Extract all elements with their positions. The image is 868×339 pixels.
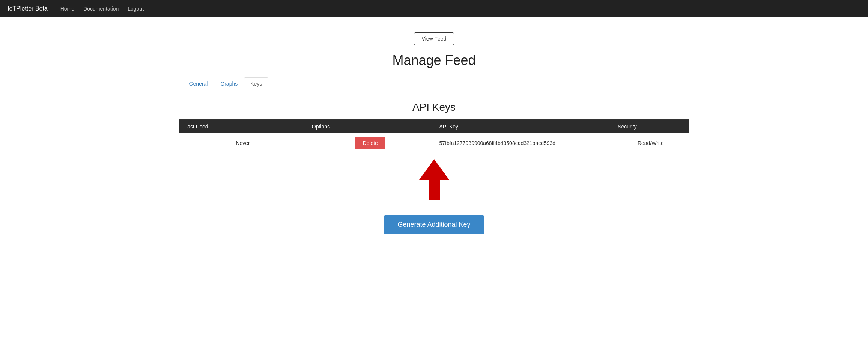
api-keys-title: API Keys [179, 101, 689, 113]
header-api-key: API Key [434, 120, 613, 134]
tabs-container: General Graphs Keys [179, 77, 689, 90]
table-header: Last Used Options API Key Security [179, 120, 689, 134]
api-keys-table: Last Used Options API Key Security Never… [179, 119, 689, 153]
api-keys-section: API Keys Last Used Options API Key Secur… [179, 101, 689, 234]
navbar: IoTPlotter Beta Home Documentation Logou… [0, 0, 868, 17]
arrow-indicator [179, 159, 689, 200]
generate-btn-container: Generate Additional Key [179, 215, 689, 234]
red-arrow-icon [419, 159, 449, 200]
nav-logout[interactable]: Logout [128, 6, 144, 12]
tab-general[interactable]: General [183, 77, 214, 90]
nav-documentation[interactable]: Documentation [83, 6, 119, 12]
cell-options: Delete [307, 133, 434, 153]
tab-keys[interactable]: Keys [244, 77, 268, 90]
cell-api-key: 57fbfa1277939900a68ff4b43508cad321bacd59… [434, 133, 613, 153]
page-title: Manage Feed [179, 53, 689, 68]
header-security: Security [612, 120, 689, 134]
view-feed-container: View Feed [179, 32, 689, 45]
cell-security: Read/Write [612, 133, 689, 153]
table-row: Never Delete 57fbfa1277939900a68ff4b4350… [179, 133, 689, 153]
header-last-used: Last Used [179, 120, 307, 134]
delete-button[interactable]: Delete [355, 137, 385, 149]
view-feed-button[interactable]: View Feed [414, 32, 454, 45]
svg-marker-0 [419, 159, 449, 200]
header-options: Options [307, 120, 434, 134]
generate-additional-key-button[interactable]: Generate Additional Key [384, 215, 484, 234]
page-content: View Feed Manage Feed General Graphs Key… [171, 17, 697, 249]
navbar-brand: IoTPlotter Beta [8, 5, 48, 12]
nav-home[interactable]: Home [60, 6, 74, 12]
tab-graphs[interactable]: Graphs [214, 77, 244, 90]
table-body: Never Delete 57fbfa1277939900a68ff4b4350… [179, 133, 689, 153]
cell-last-used: Never [179, 133, 307, 153]
